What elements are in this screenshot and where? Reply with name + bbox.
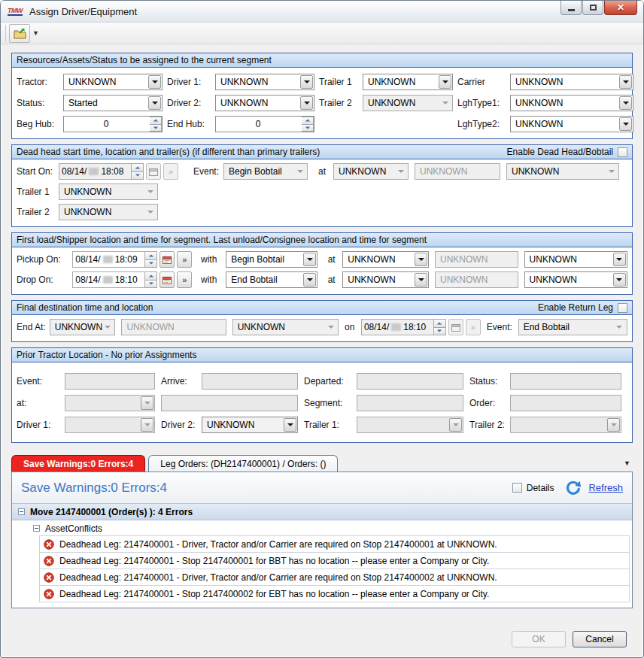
status-combobox[interactable]: Started (63, 95, 163, 111)
start-on-datetime: 08/14/18:08 » (59, 163, 178, 180)
error-row[interactable]: Deadhead Leg: 2147400001 - Stop 21474000… (39, 585, 630, 602)
pickup-location-combobox[interactable]: UNKNOWN (342, 251, 429, 268)
prior-driver2-arrow-icon[interactable] (284, 418, 296, 432)
driver1-dropdown-arrow-icon[interactable] (300, 75, 313, 89)
beg-hub-stepper[interactable]: 0 (63, 116, 163, 132)
pickup-city-combobox[interactable]: UNKNOWN (524, 251, 627, 268)
drop-location-value: UNKNOWN (348, 274, 395, 285)
tree-move-row[interactable]: Move 2147400001 (Order(s) ): 4 Errors (12, 504, 632, 520)
drop-name-value: UNKNOWN (440, 274, 488, 285)
enable-deadhead-checkbox[interactable] (618, 147, 627, 157)
carrier-combobox[interactable]: UNKNOWN (510, 74, 633, 90)
toolbar-separator (5, 25, 6, 41)
prior-driver1-arrow-icon (141, 418, 153, 432)
close-button[interactable]: ✕ (604, 1, 637, 15)
end-city-combobox: UNKNOWN (232, 319, 339, 335)
pickup-event-arrow-icon[interactable] (303, 253, 316, 266)
end-hub-stepper[interactable]: 0 (215, 116, 314, 132)
panel-title: Save Warnings:0 Errors:4 (21, 481, 512, 496)
driver2-combobox[interactable]: UNKNOWN (215, 95, 314, 111)
section-prior: Prior Tractor Location - No prior Assign… (11, 347, 633, 443)
collapse-minus-icon[interactable] (33, 525, 40, 532)
prior-driver2-combobox[interactable]: UNKNOWN (202, 417, 298, 433)
assign-toolbar-button[interactable] (9, 24, 30, 43)
cancel-button[interactable]: Cancel (573, 631, 627, 647)
final-time: 18:10 (403, 322, 426, 332)
section-deadhead: Dead head start time, location and trail… (11, 144, 633, 227)
error-row[interactable]: Deadhead Leg: 2147400001 - Driver, Tract… (39, 535, 630, 553)
deadhead-trailer2-combobox: UNKNOWN (59, 204, 158, 220)
refresh-icon[interactable] (564, 480, 582, 496)
driver1-combobox[interactable]: UNKNOWN (215, 74, 314, 90)
error-message: Deadhead Leg: 2147400001 - Stop 21474000… (59, 589, 489, 599)
final-expand-button: » (466, 319, 481, 335)
error-row[interactable]: Deadhead Leg: 2147400001 - Stop 21474000… (39, 552, 630, 569)
final-date: 08/14/ (364, 322, 389, 332)
enable-return-leg-checkbox[interactable] (618, 303, 627, 313)
status-dropdown-arrow-icon[interactable] (148, 96, 161, 110)
pickup-on-datetime[interactable]: 08/14/18:09 » (72, 251, 192, 268)
driver2-dropdown-arrow-icon[interactable] (300, 96, 313, 110)
lghtype1-combobox[interactable]: UNKNOWN (510, 95, 633, 111)
pickup-on-spinner[interactable] (145, 251, 157, 268)
tractor-combobox[interactable]: UNKNOWN (63, 74, 163, 90)
tree-group-row[interactable]: AssetConflicts (12, 520, 632, 536)
end-location-value: UNKNOWN (55, 322, 102, 332)
start-on-text: 08/14/18:08 (59, 163, 132, 180)
maximize-button[interactable] (582, 1, 603, 15)
tab-save-warnings[interactable]: Save Warnings:0 Errors:4 (11, 455, 145, 472)
pickup-city-arrow-icon[interactable] (613, 253, 626, 266)
minimize-button[interactable] (560, 1, 582, 15)
trailer1-combobox[interactable]: UNKNOWN (363, 74, 453, 90)
prior-driver2-label: Driver 2: (161, 420, 196, 430)
drop-city-arrow-icon[interactable] (613, 273, 626, 287)
lghtype1-value: UNKNOWN (515, 98, 563, 108)
maximize-icon (590, 5, 597, 11)
pickup-expand-button[interactable]: » (177, 251, 192, 268)
tractor-label: Tractor: (17, 77, 59, 87)
drop-event-combobox[interactable]: End Bobtail (226, 271, 317, 288)
final-event-label: Event: (487, 322, 518, 332)
collapse-minus-icon[interactable] (18, 508, 25, 515)
lghtype1-dropdown-arrow-icon[interactable] (619, 96, 632, 110)
beg-hub-spinner[interactable] (150, 117, 162, 132)
carrier-dropdown-arrow-icon[interactable] (619, 75, 632, 89)
driver1-value: UNKNOWN (220, 77, 268, 87)
pickup-on-label: Pickup On: (17, 254, 72, 265)
pickup-with-label: with (201, 254, 226, 265)
toolbar-dropdown-caret-icon[interactable]: ▼ (32, 29, 39, 37)
drop-on-text[interactable]: 08/14/18:10 (72, 271, 145, 288)
drop-city-combobox[interactable]: UNKNOWN (524, 271, 627, 288)
deadhead-at-city-arrow-icon (605, 165, 618, 178)
lghtype2-dropdown-arrow-icon[interactable] (619, 117, 632, 131)
drop-location-arrow-icon[interactable] (415, 273, 427, 287)
end-hub-spinner[interactable] (302, 117, 314, 132)
drop-location-combobox[interactable]: UNKNOWN (342, 271, 429, 288)
redacted-year (103, 256, 113, 263)
drop-calendar-button[interactable] (159, 271, 175, 288)
lghtype2-label: LghType2: (457, 119, 506, 129)
prior-trailer2-label: Trailer 2: (469, 420, 504, 430)
lghtype2-combobox[interactable]: UNKNOWN (510, 116, 633, 132)
toolbar: ▼ (1, 23, 643, 44)
trailer1-dropdown-arrow-icon[interactable] (439, 75, 451, 89)
tractor-dropdown-arrow-icon[interactable] (148, 75, 161, 89)
drop-expand-button[interactable]: » (177, 271, 192, 288)
drop-event-arrow-icon[interactable] (303, 273, 316, 287)
error-row[interactable]: Deadhead Leg: 2147400001 - Driver, Tract… (39, 569, 630, 586)
drop-on-datetime[interactable]: 08/14/18:10 » (72, 271, 192, 288)
pickup-event-combobox[interactable]: Begin Bobtail (226, 251, 317, 268)
pickup-calendar-button[interactable] (159, 251, 175, 268)
pickup-location-arrow-icon[interactable] (415, 253, 427, 266)
refresh-link[interactable]: Refresh (588, 482, 623, 493)
status-label: Status: (17, 98, 59, 108)
deadhead-event-dropdown-arrow-icon (293, 165, 306, 178)
drop-on-spinner[interactable] (145, 271, 157, 288)
tab-leg-orders[interactable]: Leg Orders: (DH2147400001) / Orders: () (148, 455, 338, 472)
tab-list-chevron-down-icon[interactable]: ▼ (624, 459, 630, 467)
details-checkbox[interactable] (512, 483, 522, 493)
end-hub-label: End Hub: (167, 119, 211, 129)
minimize-icon (568, 9, 575, 11)
pickup-on-text[interactable]: 08/14/18:09 (72, 251, 145, 268)
deadhead-event-value: Begin Bobtail (229, 166, 282, 177)
